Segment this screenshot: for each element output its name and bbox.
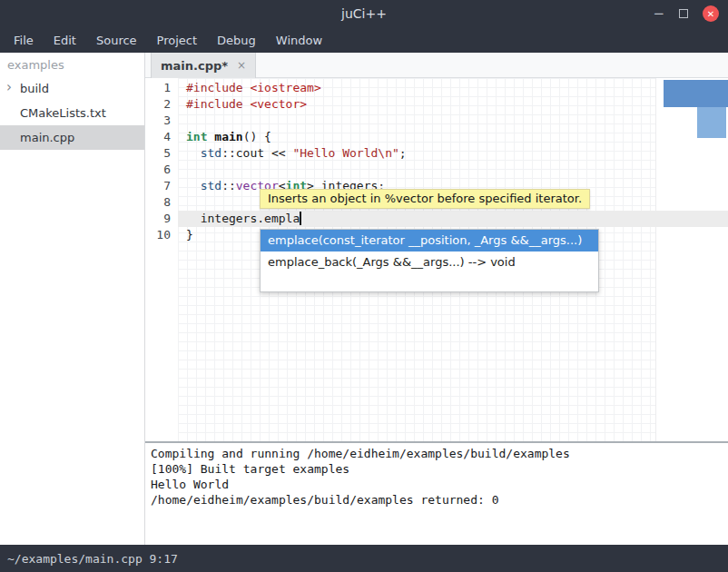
token: cout [236, 146, 264, 160]
window-title: juCi++ [0, 0, 728, 27]
menu-source[interactable]: Source [89, 30, 144, 51]
sidebar: examples ›buildCMakeLists.txtmain.cpp [0, 53, 145, 545]
token: #include [186, 81, 250, 94]
menu-window[interactable]: Window [269, 30, 330, 51]
restore-icon[interactable] [679, 9, 688, 18]
line-number: 7 [145, 178, 178, 194]
editor[interactable]: 12345678910 #include <iostream>#include … [145, 78, 728, 441]
tab-main-cpp[interactable]: main.cpp* × [151, 53, 256, 78]
line-number: 3 [145, 113, 178, 129]
window-controls: − ✕ [653, 0, 719, 27]
output-line: Compiling and running /home/eidheim/exam… [151, 446, 728, 461]
output-line: /home/eidheim/examples/build/examples re… [151, 492, 728, 508]
completion-item-0[interactable]: emplace(const_iterator __position, _Args… [261, 230, 598, 251]
line-number: 6 [145, 162, 178, 178]
token: std [201, 146, 221, 160]
code-line-9[interactable]: integers.empla [178, 211, 728, 227]
menubar: FileEditSourceProjectDebugWindow [0, 27, 728, 53]
statusbar: ~/examples/main.cpp 9:17 [0, 545, 728, 572]
line-number: 4 [145, 129, 178, 145]
token: ; [399, 146, 407, 160]
tree-item-label: main.cpp [20, 131, 74, 144]
code-line-5[interactable]: std::cout << "Hello World\n"; [178, 145, 728, 162]
tabbar: main.cpp* × [145, 53, 728, 78]
menu-file[interactable]: File [6, 30, 41, 51]
code-line-3[interactable] [178, 113, 728, 129]
token: () { [243, 130, 271, 143]
token [186, 146, 201, 160]
doc-tooltip: Inserts an object in %vector before spec… [260, 189, 590, 209]
token: :: [221, 179, 236, 192]
token: "Hello World\n" [292, 146, 398, 160]
code-lines: #include <iostream>#include <vector>int … [178, 80, 728, 243]
token: integers.empla [186, 212, 300, 225]
token: std [201, 179, 221, 192]
menu-project[interactable]: Project [150, 30, 204, 51]
tab-label: main.cpp* [161, 59, 228, 73]
status-text: ~/examples/main.cpp 9:17 [7, 552, 178, 566]
scrollbar-indicator-top[interactable] [664, 80, 728, 107]
tree-item-main-cpp[interactable]: main.cpp [0, 125, 144, 150]
token: <iostream> [250, 81, 320, 94]
token: << [264, 146, 292, 160]
output-panel[interactable]: Compiling and running /home/eidheim/exam… [145, 441, 728, 545]
completion-popup: emplace(const_iterator __position, _Args… [260, 229, 599, 292]
code-line-4[interactable]: int main() { [178, 129, 728, 145]
token: <vector> [250, 97, 307, 111]
completion-item-1[interactable]: emplace_back(_Args &&__args...) --> void [261, 251, 598, 273]
token: int [186, 130, 207, 143]
output-line: Hello World [151, 477, 728, 492]
output-line: [100%] Built target examples [151, 461, 728, 477]
minimize-icon[interactable]: − [653, 7, 664, 21]
line-number: 8 [145, 194, 178, 211]
line-number: 2 [145, 96, 178, 113]
text-cursor [300, 212, 301, 225]
line-number: 10 [145, 227, 178, 243]
token: main [214, 130, 242, 143]
code-line-1[interactable]: #include <iostream> [178, 80, 728, 96]
tree-item-cmakelists-txt[interactable]: CMakeLists.txt [0, 101, 144, 125]
tree-item-build[interactable]: ›build [0, 76, 144, 101]
tree-item-label: build [20, 82, 49, 95]
menu-debug[interactable]: Debug [210, 30, 263, 51]
line-number: 1 [145, 80, 178, 96]
code-line-2[interactable]: #include <vector> [178, 96, 728, 113]
token: :: [221, 146, 236, 160]
line-number: 9 [145, 211, 178, 227]
sidebar-header: examples [0, 53, 144, 76]
line-number: 5 [145, 145, 178, 162]
token: } [186, 228, 193, 242]
tree-item-label: CMakeLists.txt [20, 106, 106, 120]
scrollbar-indicator-side[interactable] [697, 107, 726, 138]
right-pane: main.cpp* × 12345678910 #include <iostre… [145, 53, 728, 545]
code-line-6[interactable] [178, 162, 728, 178]
gutter: 12345678910 [145, 80, 178, 243]
tab-close-icon[interactable]: × [237, 59, 246, 72]
close-icon[interactable]: ✕ [703, 5, 719, 22]
token [186, 179, 201, 192]
file-tree: ›buildCMakeLists.txtmain.cpp [0, 76, 144, 150]
menu-edit[interactable]: Edit [46, 30, 84, 51]
titlebar: juCi++ − ✕ [0, 0, 728, 27]
token: #include [186, 97, 250, 111]
chevron-right-icon[interactable]: › [6, 79, 12, 95]
